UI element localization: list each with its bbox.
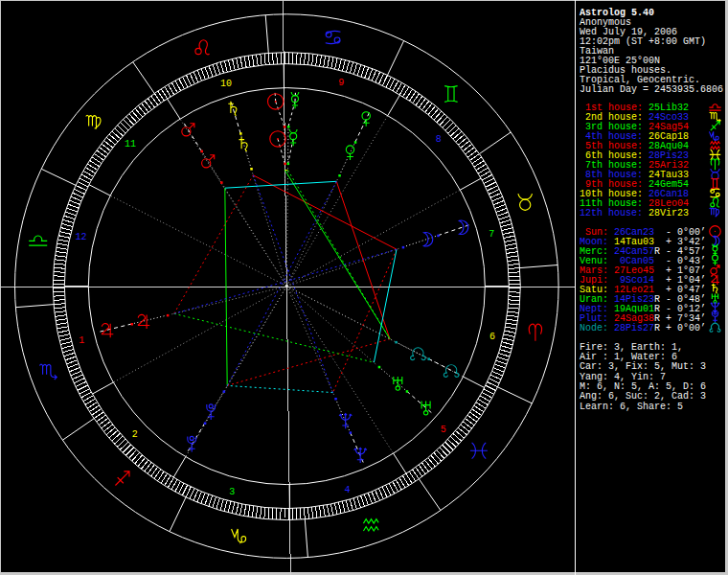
svg-text:5: 5	[441, 425, 446, 435]
svg-text:28Pis27: 28Pis27	[614, 323, 654, 334]
svg-text:7: 7	[489, 229, 494, 240]
svg-text:28Vir23: 28Vir23	[648, 208, 689, 218]
svg-text:R: R	[654, 323, 660, 334]
svg-text:R: R	[654, 246, 660, 257]
svg-text:9: 9	[338, 78, 344, 88]
svg-text:4: 4	[345, 485, 351, 495]
svg-text:6: 6	[489, 332, 495, 342]
svg-text:Learn: 6, Share: 5: Learn: 6, Share: 5	[580, 402, 683, 412]
svg-text:8: 8	[436, 134, 442, 145]
svg-text:Node:: Node:	[580, 323, 608, 334]
svg-text:+ 0°00’: + 0°00’	[666, 323, 706, 334]
svg-text:2: 2	[132, 429, 138, 440]
svg-text:Ang: 6, Suc: 2, Cad: 3: Ang: 6, Suc: 2, Cad: 3	[580, 391, 706, 402]
svg-text:12: 12	[75, 232, 86, 242]
svg-text:12th house:: 12th house:	[580, 208, 643, 218]
svg-text:Julian Day = 2453935.6806: Julian Day = 2453935.6806	[580, 84, 723, 95]
svg-text:11: 11	[125, 139, 136, 150]
svg-text:10: 10	[220, 79, 232, 89]
svg-text:Air : 1, Water: 6: Air : 1, Water: 6	[580, 352, 677, 362]
svg-text:3: 3	[229, 487, 235, 497]
svg-text:1: 1	[79, 335, 84, 346]
